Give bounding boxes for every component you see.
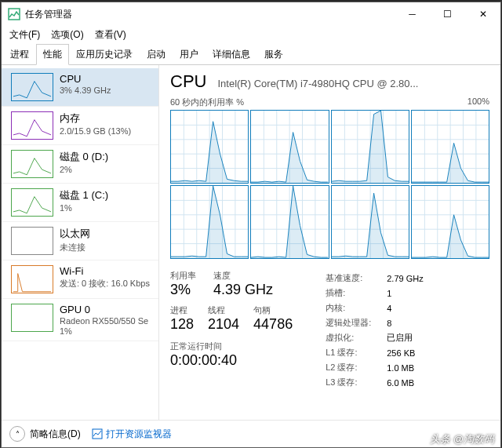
cpu-core-chart — [170, 110, 249, 184]
sidebar-item-CPU[interactable]: CPU3% 4.39 GHz — [2, 68, 158, 107]
thread-value: 2104 — [208, 316, 239, 333]
tab-bar: 进程 性能 应用历史记录 启动 用户 详细信息 服务 — [2, 43, 500, 65]
sidebar-item-内存[interactable]: 内存2.0/15.9 GB (13%) — [2, 107, 158, 145]
spec-row: 虚拟化:已启用 — [326, 331, 424, 344]
cpu-core-chart — [411, 110, 489, 184]
sidebar-item-label: GPU 0 — [60, 304, 148, 315]
sidebar-item-磁盘 1 (C:)[interactable]: 磁盘 1 (C:)1% — [2, 184, 158, 222]
sidebar-item-以太网[interactable]: 以太网未连接 — [2, 222, 158, 260]
sidebar-item-Wi-Fi[interactable]: Wi-Fi发送: 0 接收: 16.0 Kbps — [2, 260, 158, 299]
tab-users[interactable]: 用户 — [173, 44, 206, 65]
handle-label: 句柄 — [253, 304, 293, 316]
close-button[interactable]: ✕ — [465, 2, 500, 26]
chart-max: 100% — [467, 97, 489, 108]
sidebar-item-sub: 发送: 0 接收: 16.0 Kbps — [60, 278, 150, 290]
thread-label: 线程 — [208, 304, 239, 316]
uptime-label: 正常运行时间 — [170, 341, 293, 352]
util-label: 利用率 — [170, 270, 196, 282]
spec-row: 插槽:1 — [326, 286, 424, 300]
footer: ˄ 简略信息(D) 打开资源监视器 — [2, 420, 500, 447]
fewer-details-link[interactable]: 简略信息(D) — [30, 428, 81, 441]
speed-value: 4.39 GHz — [213, 282, 273, 298]
sidebar-item-label: 磁盘 0 (D:) — [60, 150, 108, 164]
sidebar-item-sub: 2.0/15.9 GB (13%) — [60, 126, 131, 136]
stats-right: 基准速度:2.79 GHz插槽:1内核:4逻辑处理器:8虚拟化:已启用L1 缓存… — [324, 270, 425, 391]
spec-row: L1 缓存:256 KB — [326, 346, 424, 359]
cpu-core-chart — [331, 110, 409, 184]
sidebar-item-label: Wi-Fi — [60, 265, 150, 277]
spec-row: 内核:4 — [326, 301, 424, 315]
spec-row: 逻辑处理器:8 — [326, 316, 424, 330]
main-panel: CPU Intel(R) Core(TM) i7-4980HQ CPU @ 2.… — [159, 65, 500, 420]
sidebar[interactable]: CPU3% 4.39 GHz内存2.0/15.9 GB (13%)磁盘 0 (D… — [2, 65, 159, 420]
sidebar-item-label: 内存 — [60, 111, 131, 126]
monitor-icon — [92, 428, 103, 439]
cpu-core-chart — [331, 185, 409, 259]
sidebar-item-磁盘 0 (D:)[interactable]: 磁盘 0 (D:)2% — [2, 145, 158, 184]
sidebar-item-label: 以太网 — [60, 227, 90, 241]
watermark: 头条 @淘数码 — [430, 432, 494, 446]
spec-row: L2 缓存:1.0 MB — [326, 361, 424, 374]
sidebar-item-sub: 1% — [60, 203, 108, 213]
titlebar[interactable]: 任务管理器 ─ ☐ ✕ — [2, 2, 500, 26]
window-title: 任务管理器 — [25, 8, 395, 21]
menu-file[interactable]: 文件(F) — [5, 27, 45, 43]
cpu-model: Intel(R) Core(TM) i7-4980HQ CPU @ 2.80..… — [217, 78, 418, 89]
util-value: 3% — [170, 282, 196, 298]
cpu-core-chart — [250, 185, 329, 259]
tab-performance[interactable]: 性能 — [36, 44, 69, 65]
proc-label: 进程 — [170, 304, 194, 316]
minimize-button[interactable]: ─ — [395, 2, 430, 26]
cpu-core-chart — [250, 110, 329, 184]
stats-left: 利用率3% 速度4.39 GHz 进程128 线程2104 句柄44786 正常… — [170, 270, 293, 391]
sidebar-item-label: 磁盘 1 (C:) — [60, 188, 108, 202]
sidebar-item-sub: 2% — [60, 165, 108, 174]
chart-label: 60 秒内的利用率 % — [170, 97, 244, 108]
proc-value: 128 — [170, 316, 194, 333]
menu-view[interactable]: 查看(V) — [90, 27, 131, 43]
menubar: 文件(F) 选项(O) 查看(V) — [2, 26, 500, 43]
task-manager-window: 任务管理器 ─ ☐ ✕ 文件(F) 选项(O) 查看(V) 进程 性能 应用历史… — [1, 2, 501, 448]
cpu-core-chart — [170, 185, 249, 259]
maximize-button[interactable]: ☐ — [430, 2, 465, 26]
sidebar-item-sub: 3% 4.39 GHz — [60, 86, 111, 95]
page-title: CPU — [170, 71, 206, 92]
cpu-chart-grid[interactable] — [170, 110, 489, 259]
tab-history[interactable]: 应用历史记录 — [69, 44, 140, 65]
sidebar-item-sub: Radeon RX550/550 Se — [60, 316, 148, 326]
sidebar-item-label: CPU — [60, 73, 111, 85]
tab-processes[interactable]: 进程 — [3, 44, 36, 65]
handle-value: 44786 — [253, 316, 293, 333]
sidebar-item-sub: 未连接 — [60, 242, 90, 253]
tab-services[interactable]: 服务 — [257, 44, 290, 65]
spec-row: 基准速度:2.79 GHz — [326, 271, 424, 285]
uptime-value: 0:00:00:40 — [170, 352, 293, 369]
chevron-up-icon[interactable]: ˄ — [9, 426, 25, 442]
spec-row: L3 缓存:6.0 MB — [326, 376, 424, 389]
resource-monitor-link[interactable]: 打开资源监视器 — [92, 428, 172, 441]
tab-startup[interactable]: 启动 — [140, 44, 173, 65]
cpu-core-chart — [411, 185, 489, 259]
menu-options[interactable]: 选项(O) — [46, 27, 88, 43]
sidebar-item-GPU 0[interactable]: GPU 0Radeon RX550/550 Se1% — [2, 299, 158, 341]
speed-label: 速度 — [213, 270, 273, 282]
app-icon — [8, 8, 20, 20]
tab-details[interactable]: 详细信息 — [206, 44, 257, 65]
